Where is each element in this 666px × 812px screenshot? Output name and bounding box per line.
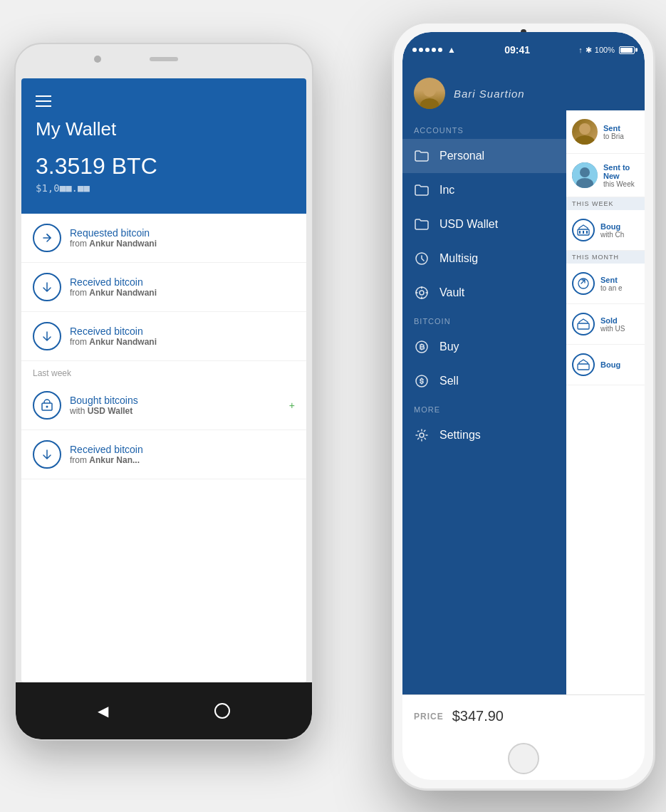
inc-label: Inc [439, 184, 454, 197]
battery-area: ↑ ✱ 100% [578, 46, 635, 55]
bluetooth-icon: ✱ [586, 46, 592, 55]
transaction-list: Requested bitcoin from Ankur Nandwani Re… [21, 214, 306, 479]
signal-dot [412, 48, 417, 52]
svg-point-10 [579, 123, 590, 135]
svg-rect-20 [578, 323, 589, 329]
tx-sub: from Ankur Nandwani [70, 337, 295, 347]
scene: My Wallet 3.3519 BTC $1,0■■.■■ Requested… [0, 0, 666, 812]
tx-title: Bought bitcoins [70, 395, 281, 406]
tx-sub: to Bria [603, 132, 624, 140]
tx-info: Bought bitcoins with USD Wallet [70, 395, 281, 416]
send-icon [572, 272, 595, 295]
svg-point-13 [580, 167, 590, 177]
multisig-icon [414, 251, 430, 266]
wallet-balance-btc: 3.3519 BTC [36, 153, 292, 179]
ios-phone: ▲ 09:41 ↑ ✱ 100% [392, 21, 655, 791]
svg-rect-16 [579, 231, 581, 234]
back-button[interactable]: ◀ [98, 702, 108, 719]
tx-title: Sent [603, 124, 624, 132]
tx-info: Boug [600, 360, 620, 369]
dollar-icon [414, 373, 430, 389]
multisig-label: Multisig [439, 252, 478, 265]
section-label-last-week: Last week [21, 361, 306, 381]
android-phone: My Wallet 3.3519 BTC $1,0■■.■■ Requested… [14, 43, 313, 741]
price-label: PRICE [414, 712, 444, 722]
tx-info: Requested bitcoin from Ankur Nandwani [70, 227, 295, 249]
user-avatar [572, 119, 598, 145]
tx-title: Sold [600, 316, 625, 325]
tx-sub: from Ankur Nan... [70, 455, 295, 465]
menu-icon[interactable] [36, 95, 292, 107]
tx-title: Boug [600, 360, 620, 369]
right-tx-item[interactable]: Sent to Bria [566, 110, 645, 154]
tx-info: Sent to New this Week [603, 163, 639, 188]
tx-buy-icon [33, 391, 61, 420]
tx-title: Boug [600, 222, 624, 231]
signal-dot [432, 48, 436, 52]
tx-request-icon [33, 224, 61, 252]
vault-icon [414, 285, 430, 301]
tx-info: Received bitcoin from Ankur Nandwani [70, 326, 295, 347]
tx-sub: to an e [600, 284, 623, 292]
tx-receive-icon [33, 322, 61, 350]
battery-fill [620, 48, 633, 53]
svg-rect-18 [586, 231, 588, 234]
sell-label: Sell [439, 375, 459, 387]
tx-sub: with US [600, 325, 625, 333]
wifi-icon: ▲ [447, 45, 456, 55]
svg-point-3 [420, 98, 439, 109]
svg-rect-21 [578, 364, 589, 370]
home-button[interactable] [214, 703, 230, 719]
bank-icon-3 [572, 353, 595, 376]
right-tx-item[interactable]: Sold with US [566, 304, 645, 345]
tx-info: Sent to Bria [603, 124, 624, 140]
tx-sub: from Ankur Nandwani [70, 288, 295, 298]
tx-info: Received bitcoin from Ankur Nan... [70, 444, 295, 465]
transaction-item[interactable]: Received bitcoin from Ankur Nan... [21, 430, 306, 479]
svg-point-9 [420, 433, 424, 437]
right-tx-item[interactable]: Boug with Ch [566, 210, 645, 251]
settings-label: Settings [439, 429, 481, 442]
transaction-item[interactable]: Received bitcoin from Ankur Nandwani [21, 312, 306, 361]
ios-home-button[interactable] [508, 743, 539, 774]
transaction-item[interactable]: Bought bitcoins with USD Wallet + [21, 381, 306, 430]
battery-icon [619, 46, 635, 54]
settings-icon [414, 427, 430, 443]
personal-label: Personal [439, 150, 484, 162]
android-speaker [150, 57, 178, 61]
svg-point-11 [575, 135, 595, 145]
tx-title: Requested bitcoin [70, 227, 295, 239]
profile-avatar[interactable] [414, 78, 445, 109]
right-panel: Sent to Bria [566, 68, 645, 737]
svg-rect-17 [583, 231, 584, 234]
bank-icon-2 [572, 313, 595, 335]
user-avatar-2 [572, 162, 598, 188]
signal-area: ▲ [412, 45, 456, 55]
transaction-item[interactable]: Received bitcoin from Ankur Nandwani [21, 263, 306, 312]
tx-title: Sent to New [603, 163, 639, 180]
ios-phone-inner: ▲ 09:41 ↑ ✱ 100% [402, 32, 645, 780]
battery-percent: 100% [595, 46, 615, 54]
this-month-label: THIS MONTH [566, 251, 645, 264]
usd-wallet-label: USD Wallet [439, 218, 498, 231]
bitcoin-icon [414, 339, 430, 355]
profile-name: Bari Suartion [454, 88, 525, 100]
tx-title: Sent [600, 276, 623, 284]
tx-sub: with USD Wallet [70, 406, 281, 416]
right-tx-item[interactable]: Boug [566, 345, 645, 385]
wallet-header: My Wallet 3.3519 BTC $1,0■■.■■ [21, 78, 306, 214]
svg-point-6 [420, 291, 424, 295]
android-camera [94, 56, 101, 63]
ios-content: Bari Suartion ACCOUNTS Personal [402, 68, 645, 737]
tx-receive-icon [33, 440, 61, 469]
wallet-balance-usd: $1,0■■.■■ [36, 182, 292, 194]
android-nav-bar: ◀ [16, 682, 312, 739]
tx-title: Received bitcoin [70, 326, 295, 337]
buy-label: Buy [439, 340, 459, 353]
android-screen: My Wallet 3.3519 BTC $1,0■■.■■ Requested… [21, 78, 306, 682]
ios-status-bar: ▲ 09:41 ↑ ✱ 100% [402, 32, 645, 68]
right-tx-item[interactable]: Sent to New this Week [566, 154, 645, 197]
transaction-item[interactable]: Requested bitcoin from Ankur Nandwani [21, 214, 306, 263]
tx-sub: from Ankur Nandwani [70, 239, 295, 249]
right-tx-item[interactable]: Sent to an e [566, 264, 645, 304]
